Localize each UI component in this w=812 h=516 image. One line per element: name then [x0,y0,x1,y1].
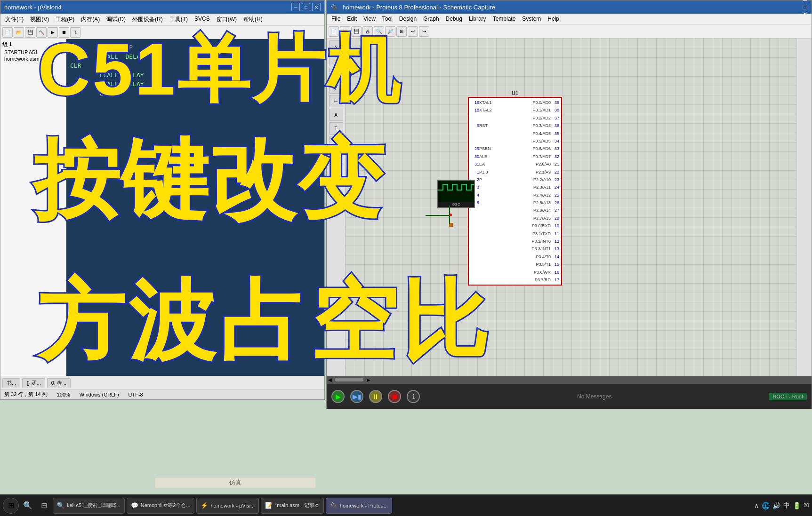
sidebar-item-startup[interactable]: STARTUP.A51 [2,49,64,56]
menu-project[interactable]: 工程(P) [53,15,77,24]
pmenu-graph[interactable]: Graph [420,15,442,23]
close-button[interactable]: ✕ [312,3,321,11]
ic-u1[interactable]: U1 19 XTAL1 P0.0/AD0 39 18 XTAL2 P0.1 [468,90,562,286]
pmenu-view[interactable]: View [361,15,378,23]
chip-pin-row24: P3.7/RD 17 [469,276,561,284]
taskbar-app-uvision[interactable]: ⚡ homework - µVisi... [196,498,259,514]
pmenu-debug[interactable]: Debug [443,15,465,23]
pmenu-system[interactable]: System [519,15,544,23]
toolbar-open[interactable]: 📂 [14,27,24,38]
sim-pause-button[interactable]: ⏸ [369,390,382,403]
statusbar-line-ending: Windows (CRLF) [80,392,119,397]
menu-help[interactable]: 帮助(H) [241,15,265,24]
pmenu-help[interactable]: Help [545,15,562,23]
bottom-tab-func[interactable]: {} 函... [22,378,45,388]
taskbar-start-button[interactable]: ⊞ [3,498,19,514]
tool-junction[interactable]: ● [329,68,343,80]
pmenu-file[interactable]: File [329,15,343,23]
tool-power[interactable]: ⊕ [329,136,343,148]
tool-terminal[interactable]: ◇ [329,163,343,175]
proteus-maximize[interactable]: □ [803,4,808,11]
tray-up-arrow[interactable]: ∧ [754,502,759,509]
tool-label[interactable]: A [329,109,343,121]
uvision-toolbar: 📄 📂 💾 🔨 ▶ ⏹ ⤵ [0,26,324,39]
menu-tools[interactable]: 工具(T) [167,15,191,24]
ptoolbar-redo[interactable]: ↪ [419,26,429,37]
scroll-thumb[interactable] [335,378,363,381]
scroll-left-arrow[interactable]: ◀ [327,377,333,382]
taskbar-taskview-icon[interactable]: ⊟ [37,499,51,513]
toolbar-step[interactable]: ⤵ [70,27,80,38]
toolbar-run[interactable]: ▶ [48,27,58,38]
tool-ground[interactable]: ⏚ [329,150,343,162]
taskbar-app-proteus[interactable]: 🔌 homework - Proteu... [326,498,392,514]
uvision-window-controls[interactable]: ─ □ ✕ [291,3,321,11]
ptoolbar-save[interactable]: 💾 [351,26,362,37]
sim-status-badge: ROOT - Root [769,393,807,400]
tool-select[interactable]: ↖ [329,40,343,53]
oscilloscope[interactable]: OSC [437,180,475,208]
proteus-hscrollbar[interactable]: ◀ ▶ [327,376,812,383]
chip-pin-row21: P3.4/T0 14 [469,253,561,261]
proteus-minimize[interactable]: ─ [803,0,808,4]
ptoolbar-fit[interactable]: ⊞ [396,26,407,37]
tray-ime-icon[interactable]: 中 [783,501,790,510]
sim-info-button[interactable]: ℹ [407,390,420,403]
tool-text[interactable]: T [329,122,343,135]
tray-battery-icon[interactable]: 🔋 [793,502,801,509]
menu-memory[interactable]: 内存(A) [78,15,103,24]
taskbar-app-notepad[interactable]: 📝 *main.asm - 记事本 [261,498,324,514]
bottom-tab-template[interactable]: 0. 模... [47,378,71,388]
chip-pin-row20: P3.3/INT1 13 [469,245,561,253]
toolbar-save[interactable]: 💾 [25,27,35,38]
toolbar-build[interactable]: 🔨 [36,27,47,38]
pmenu-tool[interactable]: Tool [379,15,395,23]
sim-stop-button[interactable]: ⏹ [388,390,401,403]
uvision-editor[interactable]: ORG 0P LCALL DELAY CLR P1.0 LCALL DELAY … [66,39,324,376]
proteus-window: 🔌 homework - Proteus 8 Professional - Sc… [326,0,812,409]
menu-debug[interactable]: 调试(D) [104,15,129,24]
sim-play-button[interactable]: ▶ [331,390,345,403]
minimize-button[interactable]: ─ [291,3,300,11]
toolbar-new[interactable]: 📄 [2,27,13,38]
sim-step-button[interactable]: ▶▮ [350,390,363,403]
proteus-schematic-canvas[interactable]: U1 19 XTAL1 P0.0/AD0 39 18 XTAL2 P0.1 [346,39,796,376]
uvision-bottom-tabs: 书... {} 函... 0. 模... [0,376,324,389]
tray-network-icon[interactable]: 🌐 [762,502,770,509]
chip-pin-row9: 31 EA P2.0/A8 21 [469,160,561,168]
ptoolbar-new[interactable]: 📄 [329,26,339,37]
sim-no-messages: No Messages [426,393,763,400]
ptoolbar-undo[interactable]: ↩ [408,26,418,37]
ptoolbar-zoom-in[interactable]: 🔍 [374,26,384,37]
scroll-right-arrow[interactable]: ▶ [365,377,372,382]
menu-window[interactable]: 窗口(W) [214,15,240,24]
toolbar-stop[interactable]: ⏹ [59,27,69,38]
ptoolbar-print[interactable]: 🖨 [362,26,373,37]
taskbar-clock[interactable]: 20 [804,502,809,509]
taskbar-app-keil-search[interactable]: 🔍 keil c51_搜索_哔哩哔... [53,498,125,514]
proteus-body: ↖ ⚡ ● ╱ ═ A T ⊕ ⏚ ◇ U1 19 XTAL1 P0 [327,39,812,376]
statusbar-zoom: 100% [57,392,70,397]
chip-pin-xtal2: 18 XTAL2 P0.1/AD1 38 [469,106,561,114]
chip-pin-row22: P3.5/T1 15 [469,261,561,268]
menu-file[interactable]: 文件(F) [2,15,26,24]
ptoolbar-zoom-out[interactable]: 🔎 [385,26,395,37]
pmenu-template[interactable]: Template [490,15,519,23]
tool-bus[interactable]: ═ [329,95,343,107]
pmenu-library[interactable]: Library [466,15,489,23]
pmenu-edit[interactable]: Edit [344,15,360,23]
ptoolbar-open[interactable]: 📂 [340,26,350,37]
tray-volume-icon[interactable]: 🔊 [772,502,780,509]
taskbar-app-nemophilist[interactable]: 💬 Nemophilist等2个会... [127,498,195,514]
sidebar-item-homework[interactable]: homework.asm [2,56,64,62]
maximize-button[interactable]: □ [302,3,310,11]
menu-view[interactable]: 视图(V) [27,15,52,24]
menu-svcs[interactable]: SVCS [192,15,213,24]
tool-component[interactable]: ⚡ [329,54,343,66]
tool-wire[interactable]: ╱ [329,81,343,94]
taskbar-search-icon[interactable]: 🔍 [21,499,35,513]
bottom-tab-book[interactable]: 书... [2,378,20,388]
menu-peripherals[interactable]: 外围设备(R) [129,15,166,24]
chip-pin-row14: 5 P2.5/A13 26 [469,199,561,206]
pmenu-design[interactable]: Design [396,15,419,23]
